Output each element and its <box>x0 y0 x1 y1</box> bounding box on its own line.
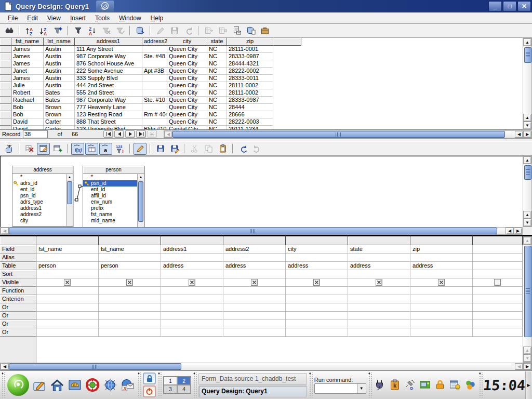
suse-watcher-tray-icon[interactable] <box>463 378 477 392</box>
grid-cell-criterion[interactable] <box>286 295 348 303</box>
logout-button[interactable] <box>143 385 156 397</box>
explorer-on-off-button[interactable] <box>258 25 271 37</box>
table-row[interactable]: JanetAustin222 Some AvenueApt #3BQueen C… <box>0 68 523 75</box>
visible-checkbox[interactable] <box>251 279 258 286</box>
grid-cell-field[interactable] <box>473 245 523 254</box>
results-table[interactable]: fst_namelst_nameaddress1address2citystat… <box>0 38 523 130</box>
last-record-button[interactable] <box>136 130 146 138</box>
table-row[interactable]: JamesAustin876 School House AveQueen Cit… <box>0 60 523 68</box>
grid-cell-or[interactable] <box>99 312 161 320</box>
scroll-left-button[interactable]: ◀ <box>515 363 523 370</box>
scroll-right-button[interactable]: ▶ <box>523 363 531 370</box>
start-menu-button[interactable] <box>7 374 29 396</box>
grid-cell-sort[interactable] <box>223 270 286 278</box>
cell[interactable]: Janet <box>11 68 44 75</box>
data-to-fields-button[interactable] <box>216 25 229 37</box>
grid-cell-criterion[interactable] <box>410 295 473 303</box>
column-header-state[interactable]: state <box>207 38 227 46</box>
cell[interactable]: NC <box>207 68 227 75</box>
cell[interactable] <box>142 46 167 53</box>
grid-cell-or[interactable] <box>410 303 473 312</box>
menu-edit[interactable]: Edit <box>22 14 43 23</box>
scroll-down-button[interactable]: ▼ <box>523 354 531 362</box>
grid-cell-or[interactable] <box>348 312 410 320</box>
undo-data-input-button[interactable] <box>182 25 195 37</box>
grid-horizontal-scrollbar[interactable]: ◀ ◀ ▶ <box>0 363 532 370</box>
cell[interactable]: Rm # 404 <box>142 111 167 118</box>
visible-checkbox[interactable] <box>313 279 320 286</box>
cell[interactable]: Bates <box>44 97 75 104</box>
row-header-cell[interactable] <box>0 53 11 60</box>
remove-filter-button[interactable] <box>99 25 112 37</box>
grid-cell-sort[interactable] <box>36 270 99 278</box>
grid-column-header[interactable] <box>473 236 523 245</box>
sort-descending-button[interactable]: ZA <box>37 25 50 37</box>
cell[interactable]: NC <box>207 111 227 118</box>
grid-cell-criterion[interactable] <box>36 295 99 303</box>
grid-cell-table[interactable] <box>473 262 523 270</box>
cell[interactable]: 987 Corporate Way <box>75 97 142 104</box>
row-header-cell[interactable] <box>0 118 11 126</box>
grid-cell-visible[interactable] <box>161 278 223 287</box>
grid-cell-or[interactable] <box>473 303 523 312</box>
kpowersave-tray-icon[interactable] <box>373 378 387 392</box>
grid-cell-alias[interactable] <box>473 254 523 262</box>
row-label-visible[interactable]: Visible <box>0 278 36 287</box>
table-row[interactable]: BobBrown123 Resting RoadRm # 404Queen Ci… <box>0 111 523 118</box>
cell[interactable]: NC <box>207 53 227 60</box>
table-name-button[interactable] <box>85 143 98 155</box>
cell[interactable]: Austin <box>44 60 75 68</box>
scrollbar-thumb[interactable] <box>524 165 531 180</box>
cell[interactable]: 876 School House Ave <box>75 60 142 68</box>
table-row[interactable]: DavidCarter888 That StreetQueen CityNC28… <box>0 118 523 126</box>
row-header-cell[interactable] <box>0 89 11 97</box>
table-row[interactable]: JulieAustin444 2nd StreetQueen CityNC281… <box>0 82 523 89</box>
grid-cell-or[interactable] <box>161 328 223 337</box>
grid-cell-or[interactable] <box>36 320 99 328</box>
cell[interactable]: James <box>11 53 44 60</box>
row-header-cell[interactable] <box>0 126 11 130</box>
record-number-input[interactable] <box>23 130 48 138</box>
cell[interactable]: 28333-0011 <box>227 75 273 82</box>
scrollbar-thumb[interactable] <box>9 228 497 234</box>
visible-checkbox[interactable] <box>438 279 445 286</box>
next-record-button[interactable] <box>125 130 135 138</box>
first-record-button[interactable] <box>103 130 113 138</box>
cell[interactable]: Queen City <box>167 111 207 118</box>
scrollbar-thumb[interactable] <box>524 246 531 337</box>
pager-desktop-1[interactable]: 1 <box>164 377 177 385</box>
cell[interactable]: Brown <box>44 104 75 111</box>
apply-filter-button[interactable] <box>113 25 126 37</box>
kwrite-launcher[interactable] <box>31 377 48 393</box>
grid-cell-sort[interactable] <box>348 270 410 278</box>
paste-button[interactable] <box>216 143 229 155</box>
grid-column-header[interactable] <box>36 236 99 245</box>
scrollbar-thumb[interactable] <box>524 47 531 63</box>
cell[interactable]: 29111-1234 <box>227 126 273 130</box>
add-table-button[interactable] <box>51 143 64 155</box>
cell[interactable]: NC <box>207 118 227 126</box>
cell[interactable]: Brown <box>44 111 75 118</box>
row-header-cell[interactable] <box>0 60 11 68</box>
cell[interactable]: 888 That Street <box>75 118 142 126</box>
cell[interactable]: 123 University Blvd <box>75 126 142 130</box>
grid-cell-sort[interactable] <box>410 270 473 278</box>
cell[interactable]: 28222-0003 <box>227 118 273 126</box>
results-vertical-scrollbar[interactable]: ▲ ▲ ▼ <box>523 38 532 130</box>
cell[interactable] <box>142 75 167 82</box>
grid-cell-visible[interactable] <box>36 278 99 287</box>
column-header-address1[interactable]: address1 <box>75 38 142 46</box>
cell[interactable]: Carter <box>44 118 75 126</box>
save-as-button[interactable] <box>168 143 181 155</box>
menu-view[interactable]: View <box>43 14 65 23</box>
cell[interactable]: Robert <box>11 89 44 97</box>
join-line[interactable] <box>1 156 523 227</box>
cell[interactable]: Austin <box>44 46 75 53</box>
column-header-fst_name[interactable]: fst_name <box>11 38 44 46</box>
grid-cell-or[interactable] <box>286 312 348 320</box>
grid-cell-or[interactable] <box>286 328 348 337</box>
kinternet-tray-icon[interactable]: D <box>403 378 417 392</box>
grid-cell-or[interactable] <box>348 328 410 337</box>
cell[interactable]: James <box>11 60 44 68</box>
grid-cell-field[interactable]: state <box>348 245 410 254</box>
